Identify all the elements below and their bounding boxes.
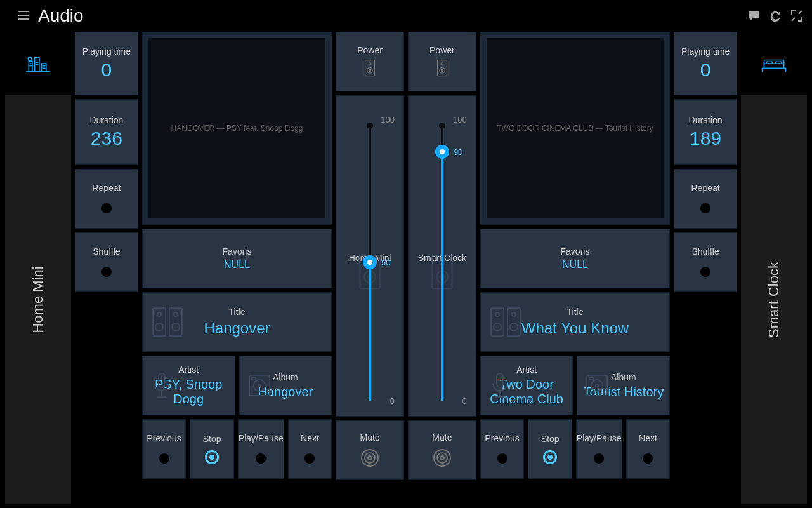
right-album-art: TWO DOOR CINEMA CLUB — Tourist History bbox=[480, 32, 670, 225]
slider-smart-clock[interactable]: Smart Clock 100 0 90 bbox=[408, 95, 476, 417]
mute-right-button[interactable]: Mute bbox=[408, 420, 476, 480]
speaker-icon bbox=[436, 58, 449, 78]
right-panel: TWO DOOR CINEMA CLUB — Tourist History F… bbox=[480, 32, 670, 504]
power-icon bbox=[157, 450, 172, 465]
right-stop-button[interactable]: Stop bbox=[528, 419, 572, 479]
power-icon bbox=[99, 263, 114, 278]
refresh-icon[interactable] bbox=[769, 10, 782, 22]
tab-right-label: Smart Clock bbox=[766, 262, 782, 338]
tab-icon-left[interactable] bbox=[5, 32, 71, 95]
chat-icon[interactable] bbox=[747, 10, 760, 22]
right-album-card: Album Tourist History bbox=[577, 356, 670, 415]
left-album-art: HANGOVER — PSY feat. Snoop Dogg bbox=[142, 32, 332, 225]
right-artist-card: Artist Two Door Cinema Club bbox=[480, 356, 573, 415]
power-left-button[interactable]: Power bbox=[336, 32, 404, 91]
left-album-card: Album Hangover bbox=[239, 356, 332, 415]
mute-left-button[interactable]: Mute bbox=[336, 420, 404, 480]
right-artist-album-row: Artist Two Door Cinema Club Album Touris… bbox=[480, 356, 670, 415]
menu-icon[interactable] bbox=[18, 10, 30, 22]
slider-thumb[interactable] bbox=[363, 255, 377, 269]
tab-icon-right[interactable] bbox=[741, 32, 807, 95]
center-right: Power Smart Clock 100 0 90 Mute bbox=[408, 32, 476, 504]
power-icon bbox=[591, 450, 606, 465]
right-playing-time: Playing time 0 bbox=[674, 32, 737, 95]
side-tab-right: Smart Clock bbox=[741, 32, 807, 504]
power-icon bbox=[99, 199, 114, 215]
left-stop-button[interactable]: Stop bbox=[190, 419, 234, 479]
left-panel: HANGOVER — PSY feat. Snoop Dogg Favoris … bbox=[142, 32, 332, 504]
right-metrics: Playing time 0 Duration 189 Repeat Shuff… bbox=[674, 32, 737, 504]
left-playing-time: Playing time 0 bbox=[75, 32, 138, 95]
right-play-button[interactable]: Play/Pause bbox=[576, 419, 622, 479]
power-icon bbox=[698, 263, 713, 278]
disc-icon bbox=[247, 373, 272, 398]
left-favorites[interactable]: Favoris NULL bbox=[142, 229, 332, 288]
right-favorites[interactable]: Favoris NULL bbox=[480, 229, 670, 288]
right-prev-button[interactable]: Previous bbox=[480, 419, 525, 479]
center-left: Power Home Mini 100 0 50 Mute bbox=[336, 32, 404, 504]
slider-home-mini[interactable]: Home Mini 100 0 50 bbox=[336, 95, 404, 417]
stereo-icon bbox=[490, 304, 523, 340]
power-icon bbox=[302, 450, 317, 465]
right-controls: Previous Stop Play/Pause Next bbox=[480, 419, 670, 479]
left-shuffle-button[interactable]: Shuffle bbox=[75, 232, 138, 292]
main-area: Home Mini Playing time 0 Duration 236 Re… bbox=[0, 32, 812, 508]
left-play-button[interactable]: Play/Pause bbox=[238, 419, 284, 479]
left-artist-album-row: Artist PSY, Snoop Dogg Album Hangover bbox=[142, 356, 332, 415]
mic-icon bbox=[488, 372, 511, 399]
speaker-icon bbox=[363, 58, 376, 78]
ring-icon bbox=[360, 448, 380, 468]
left-prev-button[interactable]: Previous bbox=[142, 419, 187, 479]
right-duration: Duration 189 bbox=[674, 99, 737, 165]
power-icon bbox=[640, 450, 655, 465]
right-repeat-button[interactable]: Repeat bbox=[674, 169, 737, 229]
power-icon bbox=[698, 199, 713, 215]
stereo-icon bbox=[152, 304, 185, 340]
side-tab-left: Home Mini bbox=[5, 32, 71, 504]
slider-thumb[interactable] bbox=[435, 145, 449, 159]
right-next-button[interactable]: Next bbox=[626, 419, 671, 479]
right-shuffle-button[interactable]: Shuffle bbox=[674, 232, 737, 292]
tab-left-label: Home Mini bbox=[30, 266, 46, 333]
left-artist-card: Artist PSY, Snoop Dogg bbox=[142, 356, 235, 415]
fullscreen-icon[interactable] bbox=[790, 10, 803, 22]
app-header: Audio bbox=[0, 0, 812, 32]
disc-icon bbox=[585, 373, 609, 398]
left-title-card: Title Hangover bbox=[142, 292, 332, 352]
left-next-button[interactable]: Next bbox=[288, 419, 332, 479]
ring-icon bbox=[432, 448, 452, 468]
right-title-card: Title What You Know bbox=[480, 292, 670, 352]
power-icon bbox=[253, 450, 268, 465]
power-icon bbox=[495, 450, 510, 465]
tab-right[interactable]: Smart Clock bbox=[741, 95, 807, 504]
page-title: Audio bbox=[38, 6, 84, 26]
left-controls: Previous Stop Play/Pause Next bbox=[142, 419, 332, 479]
left-repeat-button[interactable]: Repeat bbox=[75, 169, 138, 229]
mic-icon bbox=[150, 372, 173, 399]
active-dot-icon bbox=[543, 450, 557, 464]
left-duration: Duration 236 bbox=[75, 99, 138, 165]
left-metrics: Playing time 0 Duration 236 Repeat Shuff… bbox=[75, 32, 138, 504]
tab-left[interactable]: Home Mini bbox=[5, 95, 71, 504]
power-right-button[interactable]: Power bbox=[408, 32, 476, 91]
active-dot-icon bbox=[205, 450, 219, 464]
